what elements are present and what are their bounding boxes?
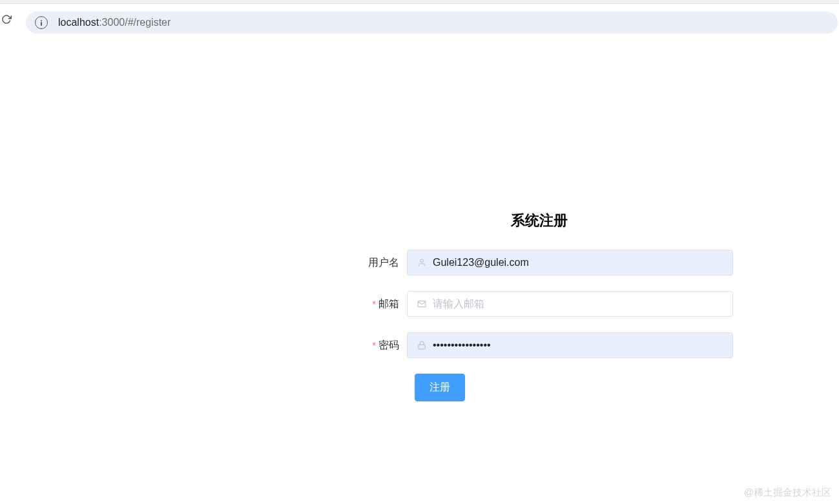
browser-top-border: [0, 0, 839, 4]
page-content: 系统注册 用户名 *邮箱: [0, 39, 839, 504]
url-port-path: :3000/#/register: [99, 17, 171, 28]
mail-icon: [417, 299, 426, 308]
reload-icon[interactable]: [1, 14, 12, 25]
password-row: *密码: [346, 332, 733, 358]
email-row: *邮箱: [346, 291, 733, 317]
svg-point-0: [420, 259, 424, 263]
url-host: localhost: [58, 17, 99, 28]
username-input-wrapper[interactable]: [407, 250, 733, 276]
address-bar[interactable]: localhost:3000/#/register: [26, 12, 838, 34]
email-input-wrapper[interactable]: [407, 291, 733, 317]
lock-icon: [417, 341, 426, 350]
email-label: *邮箱: [346, 297, 407, 311]
browser-toolbar: localhost:3000/#/register: [0, 12, 839, 34]
required-mark: *: [373, 340, 376, 350]
watermark: @稀土掘金技术社区: [744, 487, 831, 499]
svg-rect-1: [419, 345, 426, 348]
username-input[interactable]: [433, 250, 723, 275]
site-info-icon[interactable]: [35, 16, 48, 29]
required-mark: *: [373, 299, 376, 309]
password-input-wrapper[interactable]: [407, 332, 733, 358]
user-icon: [417, 258, 426, 267]
username-label: 用户名: [346, 256, 407, 270]
submit-row: 注册: [346, 374, 733, 401]
url-text: localhost:3000/#/register: [58, 17, 171, 28]
password-input[interactable]: [433, 333, 723, 358]
username-row: 用户名: [346, 250, 733, 276]
register-form: 系统注册 用户名 *邮箱: [346, 211, 733, 401]
email-input[interactable]: [433, 292, 723, 316]
form-title: 系统注册: [346, 211, 733, 230]
email-label-text: 邮箱: [378, 298, 399, 309]
password-label: *密码: [346, 339, 407, 352]
password-label-text: 密码: [378, 339, 399, 350]
register-button[interactable]: 注册: [415, 374, 465, 401]
